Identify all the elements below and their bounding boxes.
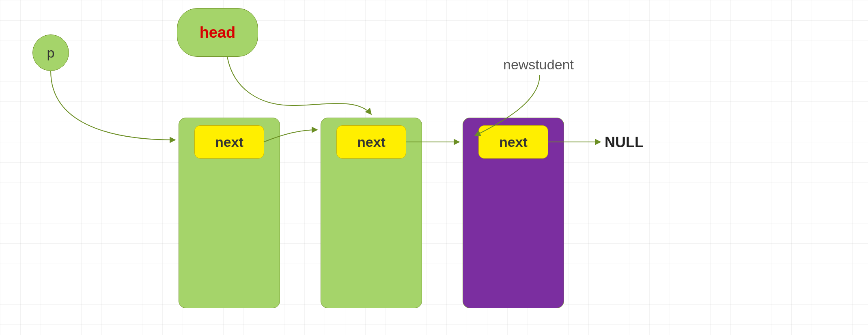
background-grid xyxy=(0,0,868,335)
node-3-next: next xyxy=(478,125,548,159)
node-3-next-label: next xyxy=(499,134,528,150)
node-3-newstudent: next xyxy=(463,118,564,308)
pointer-head-label: head xyxy=(200,24,236,41)
node-1-next-label: next xyxy=(215,134,243,150)
pointer-head: head xyxy=(177,8,258,57)
node-1: next xyxy=(179,118,280,308)
null-terminal: NULL xyxy=(605,134,644,151)
pointer-p-label: p xyxy=(47,45,55,61)
node-1-next: next xyxy=(194,125,264,159)
pointer-newstudent-label: newstudent xyxy=(503,57,574,73)
node-2-next: next xyxy=(336,125,406,159)
pointer-p: p xyxy=(32,34,69,71)
node-2: next xyxy=(321,118,422,308)
node-2-next-label: next xyxy=(357,134,386,150)
